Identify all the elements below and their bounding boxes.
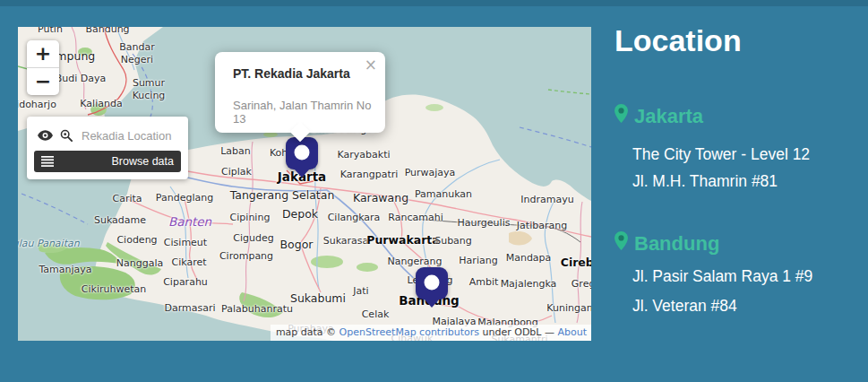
map-place-label: Sumur Kucing [133, 77, 166, 102]
map-place-label: Budi Daya [56, 73, 107, 85]
map-place-label: Purwakarta [366, 233, 440, 247]
layers-panel: Rekadia Location Browse data [27, 117, 188, 179]
location-pin-icon [614, 104, 628, 128]
browse-data-button[interactable]: Browse data [34, 151, 181, 172]
map-place-label: Hariang [459, 255, 497, 267]
attribution-middle: under ODbL — [479, 326, 557, 338]
zoom-out-button[interactable]: − [27, 68, 59, 95]
map-popup: PT. Rekadia Jakarta Sarinah, Jalan Thamr… [215, 52, 385, 133]
map-place-label: Bandar Negeri [119, 41, 155, 66]
map-place-label: Haurgeulis [458, 217, 511, 230]
map-place-label: Darmasari [164, 302, 215, 315]
zoom-control: + − [27, 40, 59, 95]
map-place-label: Pulau Panaitan [18, 238, 80, 250]
map-place-label: Tamanjaya [39, 264, 91, 276]
city-heading-jakarta: Jakarta [614, 104, 703, 128]
map-place-label: Sukadame [94, 214, 146, 227]
map-place-label: Putih [38, 27, 63, 36]
map-marker-bandung[interactable] [416, 267, 448, 300]
map-place-label: Cikiruhwetan [82, 283, 146, 296]
popup-title: PT. Rekadia Jakarta [233, 66, 350, 81]
map-place-label: Karawang [353, 191, 408, 205]
layer-row: Rekadia Location [38, 126, 179, 145]
map-place-label: Majalengka [501, 278, 557, 291]
map-place-label: Bandung [85, 27, 129, 36]
osm-contributors-link[interactable]: OpenStreetMap contributors [339, 326, 479, 338]
map-place-label: Bogor [280, 238, 314, 252]
city-name: Jakarta [634, 105, 703, 128]
layer-name: Rekadia Location [82, 129, 179, 143]
zoom-in-button[interactable]: + [27, 40, 59, 68]
zoom-to-layer-icon[interactable] [60, 129, 73, 142]
page: PutihBandungLampungBandar NegeriBudi Day… [0, 0, 868, 382]
marker-dot-icon [295, 145, 310, 161]
marker-dot-icon [425, 275, 440, 291]
map-place-label: Banten [168, 214, 211, 230]
city-heading-bandung: Bandung [614, 231, 719, 256]
map-place-label: Ciodeng [116, 234, 157, 247]
city-name: Bandung [634, 232, 719, 256]
map-place-label: Kalianda [80, 98, 122, 110]
map-place-label: Ciparahu [163, 276, 208, 289]
map-place-label: Laban [220, 145, 251, 158]
browse-data-label: Browse data [54, 155, 174, 168]
map-place-label: Sidoharjo [18, 99, 56, 111]
map-place-label: Karyabakti [338, 149, 391, 161]
map-marker-jakarta[interactable] [286, 137, 318, 169]
map-place-label: Depok [282, 207, 318, 221]
location-pin-icon [614, 231, 628, 256]
map-attribution: map data © OpenStreetMap contributors un… [271, 325, 591, 341]
map-place-label: Cirompang [219, 250, 273, 263]
map-place-label: Ambit [469, 276, 499, 289]
map-place-label: Indramayu [520, 194, 573, 206]
map-place-label: Mandapa [506, 252, 552, 265]
map-place-label: Karangpatri [340, 169, 399, 181]
map-place-label: Sukarasa [323, 235, 369, 247]
map-place-label: Cigudeg [233, 232, 273, 245]
map-place-label: Jatibarang [517, 220, 567, 232]
map-place-label: Palabuhanratu [221, 303, 293, 316]
map-place-label: Celak [362, 308, 390, 321]
map-place-label: Cikaret [171, 256, 206, 269]
map-place-label: Jati [353, 285, 368, 298]
map-place-label: Carita [112, 193, 142, 205]
map-place-label: Sukabumi [290, 291, 346, 306]
map-place-label: Ciplak [221, 166, 252, 178]
attribution-prefix: map data © [276, 326, 339, 338]
address-line: Jl. Pasir Salam Raya 1 #9 [632, 267, 812, 286]
table-list-icon [41, 156, 54, 167]
map-place-label: Purwajaya [405, 167, 456, 179]
page-title: Location [614, 23, 742, 58]
map-place-label: Pandeglang [156, 192, 213, 204]
map-place-label: Greged [572, 278, 591, 291]
map-place-label: Tangerang Selatan [230, 188, 335, 203]
map-place-label: Cirebon [561, 256, 591, 270]
address-line: The City Tower - Level 12 [632, 145, 810, 164]
popup-close-icon[interactable]: × [365, 56, 377, 74]
eye-icon[interactable] [38, 130, 53, 141]
map-place-label: Nanggala [116, 257, 163, 270]
map-place-label: Rancamahi [388, 212, 443, 224]
map-place-label: Pamanukan [415, 188, 472, 201]
map-place-label: Nangerang [388, 256, 443, 268]
map-place-label: Cilangkara [328, 212, 381, 224]
about-link[interactable]: About [557, 326, 587, 338]
address-line: Jl. M.H. Thamrin #81 [632, 172, 778, 191]
popup-body: Sarinah, Jalan Thamrin No 13 [233, 99, 385, 126]
location-sidebar: Location Jakarta The City Tower - Level … [591, 0, 868, 382]
map-place-label: Cisimeut [164, 237, 207, 249]
map-place-label: Subang [434, 235, 472, 247]
address-line: Jl. Veteran #84 [632, 297, 737, 316]
map-place-label: Kuningan [546, 302, 591, 315]
map-place-label: Cipining [230, 212, 271, 224]
map-container[interactable]: PutihBandungLampungBandar NegeriBudi Day… [18, 27, 591, 341]
